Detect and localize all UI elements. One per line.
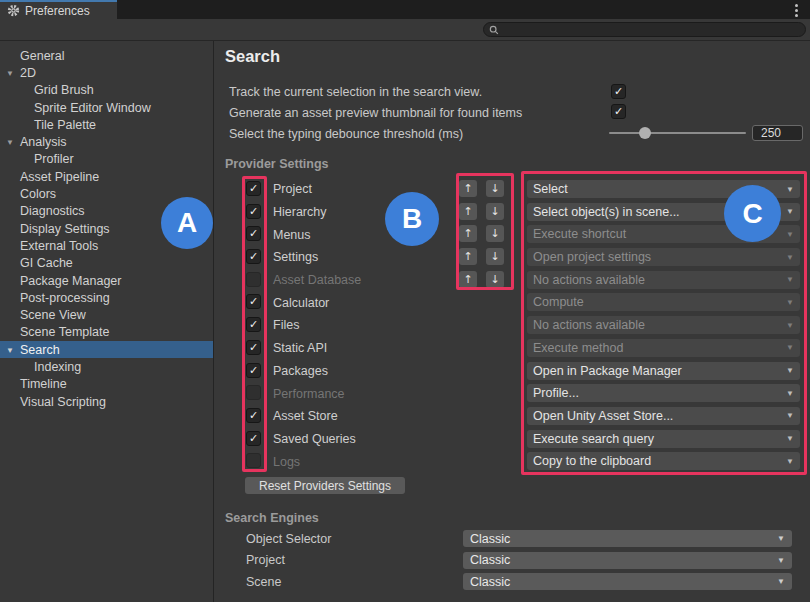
- chevron-down-icon: ▼: [786, 434, 794, 443]
- default-action-dropdown: Execute shortcut▼: [527, 225, 800, 243]
- search-settings-panel: Search Track the current selection in th…: [215, 41, 810, 602]
- check-icon: ✓: [249, 365, 258, 376]
- default-action-dropdown[interactable]: Select▼: [527, 180, 800, 198]
- track-selection-checkbox[interactable]: ✓: [611, 84, 626, 99]
- move-up-button[interactable]: ↑: [459, 180, 477, 197]
- check-icon: ✓: [614, 86, 623, 97]
- asset-preview-checkbox[interactable]: ✓: [611, 104, 626, 119]
- provider-checkbox[interactable]: ✓: [246, 363, 261, 378]
- provider-label: Calculator: [273, 296, 329, 310]
- title-bar: Preferences: [0, 0, 810, 19]
- move-down-button[interactable]: ↓: [486, 203, 504, 220]
- move-down-button[interactable]: ↓: [486, 271, 504, 288]
- chevron-down-icon: ▼: [786, 389, 794, 398]
- engine-label: Project: [246, 553, 285, 567]
- object-selector-engine-dropdown[interactable]: Classic▼: [463, 530, 792, 547]
- provider-checkbox[interactable]: ✓: [246, 408, 261, 423]
- scene-engine-dropdown[interactable]: Classic▼: [463, 573, 792, 590]
- check-icon: ✓: [249, 433, 258, 444]
- default-action-dropdown: No actions available▼: [527, 316, 800, 334]
- toolbar-search-input[interactable]: [503, 23, 800, 36]
- chevron-down-icon: ▼: [786, 411, 794, 420]
- slider-handle[interactable]: [639, 127, 651, 139]
- provider-label: Saved Queries: [273, 432, 356, 446]
- move-up-button[interactable]: ↑: [459, 271, 477, 288]
- sidebar-item-asset-pipeline[interactable]: Asset Pipeline: [0, 168, 213, 185]
- provider-checkbox[interactable]: ✓: [246, 317, 261, 332]
- asset-preview-label: Generate an asset preview thumbnail for …: [229, 106, 522, 120]
- provider-checkbox[interactable]: ✓: [246, 181, 261, 196]
- sidebar-item-diagnostics[interactable]: Diagnostics: [0, 203, 213, 220]
- reset-providers-button[interactable]: Reset Providers Settings: [245, 477, 405, 494]
- engine-row-project: Project Classic▼: [215, 552, 810, 569]
- chevron-down-icon: ▼: [786, 457, 794, 466]
- move-up-button[interactable]: ↑: [459, 225, 477, 242]
- sidebar-item-tile-palette[interactable]: Tile Palette: [0, 116, 213, 133]
- provider-label: Asset Database: [273, 273, 361, 287]
- foldout-triangle-icon[interactable]: ▼: [6, 138, 14, 147]
- toolbar-search-box[interactable]: [483, 22, 806, 37]
- sidebar-item-gi-cache[interactable]: GI Cache: [0, 255, 213, 272]
- sidebar-item-scene-template[interactable]: Scene Template: [0, 324, 213, 341]
- default-action-dropdown[interactable]: Open in Package Manager▼: [527, 362, 800, 380]
- sidebar-item-package-manager[interactable]: Package Manager: [0, 272, 213, 289]
- default-action-dropdown[interactable]: Copy to the clipboard▼: [527, 452, 800, 470]
- chevron-down-icon: ▼: [786, 298, 794, 307]
- kebab-menu-icon[interactable]: [790, 3, 802, 17]
- check-icon: ✓: [249, 296, 258, 307]
- sidebar-item-external-tools[interactable]: External Tools: [0, 237, 213, 254]
- sidebar-item-post-processing[interactable]: Post-processing: [0, 289, 213, 306]
- default-action-dropdown: Execute method▼: [527, 339, 800, 357]
- sidebar-item-2d[interactable]: ▼2D: [0, 64, 213, 81]
- provider-checkbox[interactable]: ✓: [246, 340, 261, 355]
- provider-row-packages: ✓ Packages Open in Package Manager▼: [215, 360, 810, 383]
- sidebar-item-indexing[interactable]: Indexing: [0, 358, 213, 375]
- settings-category-tree: General ▼2D Grid Brush Sprite Editor Win…: [0, 41, 214, 602]
- sidebar-item-search[interactable]: ▼Search: [0, 341, 213, 358]
- provider-checkbox[interactable]: ✓: [246, 294, 261, 309]
- move-up-button[interactable]: ↑: [459, 203, 477, 220]
- move-down-button[interactable]: ↓: [486, 225, 504, 242]
- move-down-button[interactable]: ↓: [486, 248, 504, 265]
- provider-label: Logs: [273, 455, 300, 469]
- sidebar-item-profiler[interactable]: Profiler: [0, 151, 213, 168]
- default-action-dropdown[interactable]: Open Unity Asset Store...▼: [527, 407, 800, 425]
- foldout-triangle-icon[interactable]: ▼: [6, 345, 14, 354]
- sidebar-item-display-settings[interactable]: Display Settings: [0, 220, 213, 237]
- chevron-down-icon: ▼: [786, 321, 794, 330]
- project-engine-dropdown[interactable]: Classic▼: [463, 552, 792, 569]
- provider-checkbox[interactable]: ✓: [246, 226, 261, 241]
- sidebar-item-general[interactable]: General: [0, 47, 213, 64]
- sidebar-item-colors[interactable]: Colors: [0, 185, 213, 202]
- sidebar-item-sprite-editor-window[interactable]: Sprite Editor Window: [0, 99, 213, 116]
- check-icon: ✓: [249, 228, 258, 239]
- sidebar-item-visual-scripting[interactable]: Visual Scripting: [0, 393, 213, 410]
- sidebar-item-analysis[interactable]: ▼Analysis: [0, 133, 213, 150]
- chevron-down-icon: ▼: [786, 207, 794, 216]
- toolbar: [0, 19, 810, 41]
- provider-checkbox: [246, 385, 261, 400]
- provider-checkbox[interactable]: ✓: [246, 431, 261, 446]
- tab-preferences[interactable]: Preferences: [0, 0, 117, 19]
- debounce-slider[interactable]: [609, 126, 746, 140]
- default-action-dropdown[interactable]: Select object(s) in scene...▼: [527, 203, 800, 221]
- chevron-down-icon: ▼: [786, 275, 794, 284]
- chevron-down-icon: ▼: [777, 577, 785, 586]
- provider-label: Project: [273, 182, 312, 196]
- provider-checkbox[interactable]: ✓: [246, 249, 261, 264]
- default-action-dropdown[interactable]: Profile...▼: [527, 384, 800, 402]
- default-action-dropdown[interactable]: Execute search query▼: [527, 430, 800, 448]
- search-engines-header: Search Engines: [225, 511, 319, 525]
- move-up-button[interactable]: ↑: [459, 248, 477, 265]
- default-action-dropdown: Compute▼: [527, 293, 800, 311]
- sidebar-item-timeline[interactable]: Timeline: [0, 376, 213, 393]
- track-selection-label: Track the current selection in the searc…: [229, 85, 482, 99]
- move-down-button[interactable]: ↓: [486, 180, 504, 197]
- provider-checkbox[interactable]: ✓: [246, 204, 261, 219]
- foldout-triangle-icon[interactable]: ▼: [6, 68, 14, 77]
- engine-row-object-selector: Object Selector Classic▼: [215, 530, 810, 547]
- provider-label: Packages: [273, 364, 328, 378]
- sidebar-item-grid-brush[interactable]: Grid Brush: [0, 82, 213, 99]
- debounce-value-field[interactable]: 250: [752, 125, 803, 141]
- sidebar-item-scene-view[interactable]: Scene View: [0, 306, 213, 323]
